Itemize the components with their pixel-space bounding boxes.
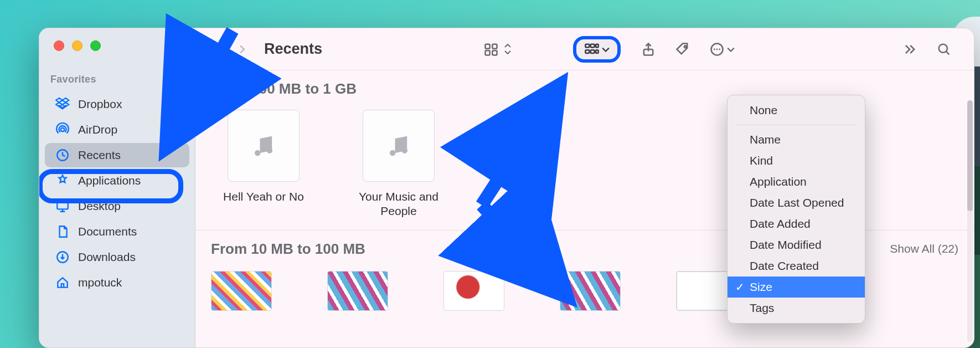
file-item[interactable]: Hell Yeah or No bbox=[211, 110, 316, 219]
file-item[interactable]: Your Music and People bbox=[346, 110, 451, 219]
menu-item-date-last-opened[interactable]: Date Last Opened bbox=[728, 192, 865, 213]
sidebar-section-label: Favorites bbox=[39, 60, 195, 91]
file-name: Hell Yeah or No bbox=[211, 190, 316, 204]
sidebar-item-desktop[interactable]: Desktop bbox=[45, 194, 189, 218]
svg-point-23 bbox=[390, 150, 395, 156]
file-item[interactable] bbox=[327, 271, 388, 311]
menu-item-application[interactable]: Application bbox=[728, 171, 865, 192]
tags-button[interactable] bbox=[668, 36, 697, 63]
fullscreen-icon[interactable] bbox=[90, 40, 101, 51]
svg-rect-9 bbox=[590, 44, 594, 47]
clock-icon bbox=[55, 147, 70, 163]
svg-point-0 bbox=[61, 128, 65, 132]
page-title: Recents bbox=[264, 40, 322, 58]
sidebar-item-dropbox[interactable]: Dropbox bbox=[45, 92, 189, 116]
svg-point-19 bbox=[719, 48, 720, 50]
show-all-button[interactable]: Show All (22) bbox=[890, 242, 958, 255]
minimize-icon[interactable] bbox=[72, 40, 82, 51]
sidebar-item-recents[interactable]: Recents bbox=[45, 143, 189, 167]
music-file-icon bbox=[363, 110, 435, 182]
forward-button[interactable] bbox=[231, 38, 253, 60]
sidebar-item-home[interactable]: mpotuck bbox=[45, 270, 189, 295]
file-item[interactable] bbox=[443, 271, 504, 311]
downloads-icon bbox=[55, 249, 70, 265]
file-item[interactable] bbox=[211, 271, 272, 311]
chevron-down-icon bbox=[602, 45, 610, 53]
svg-point-22 bbox=[267, 147, 272, 153]
group-title: From 10 MB to 100 MB bbox=[211, 240, 365, 258]
svg-point-18 bbox=[716, 48, 718, 50]
scrollbar-thumb[interactable] bbox=[967, 100, 973, 211]
menu-item-size[interactable]: Size bbox=[728, 277, 865, 298]
svg-rect-5 bbox=[492, 44, 497, 48]
sidebar: Favorites Dropbox AirDrop Recents Applic… bbox=[39, 28, 195, 347]
svg-rect-7 bbox=[492, 50, 497, 55]
file-name: Your Music and People bbox=[346, 190, 451, 219]
main-area: Recents bbox=[195, 28, 974, 347]
chevron-down-icon bbox=[727, 45, 735, 53]
search-button[interactable] bbox=[930, 36, 958, 63]
sidebar-item-label: Downloads bbox=[78, 250, 136, 264]
desktop-icon bbox=[55, 198, 70, 214]
applications-icon bbox=[55, 173, 70, 188]
sidebar-item-applications[interactable]: Applications bbox=[45, 168, 189, 193]
svg-rect-11 bbox=[585, 50, 589, 53]
sidebar-item-downloads[interactable]: Downloads bbox=[45, 245, 189, 269]
sidebar-item-label: mpotuck bbox=[78, 276, 122, 289]
group-by-button[interactable] bbox=[573, 36, 621, 63]
svg-point-17 bbox=[713, 48, 715, 50]
back-button[interactable] bbox=[203, 38, 225, 60]
sidebar-item-label: Documents bbox=[78, 225, 137, 238]
svg-point-20 bbox=[939, 44, 947, 52]
sidebar-item-label: Applications bbox=[78, 174, 141, 187]
chevron-updown-icon bbox=[504, 44, 511, 54]
svg-rect-10 bbox=[596, 44, 599, 47]
group-title: From 100 MB to 1 GB bbox=[211, 80, 357, 98]
overflow-button[interactable] bbox=[895, 36, 924, 63]
divider bbox=[736, 125, 856, 125]
svg-rect-13 bbox=[596, 50, 599, 53]
document-icon bbox=[55, 224, 70, 239]
sidebar-item-label: Desktop bbox=[78, 199, 121, 213]
menu-item-name[interactable]: Name bbox=[728, 129, 865, 150]
menu-item-date-modified[interactable]: Date Modified bbox=[728, 234, 865, 255]
svg-rect-2 bbox=[57, 202, 68, 209]
menu-item-none[interactable]: None bbox=[728, 100, 865, 121]
menu-item-date-created[interactable]: Date Created bbox=[728, 255, 865, 277]
sidebar-item-label: Recents bbox=[78, 149, 121, 162]
traffic-lights bbox=[39, 28, 195, 60]
share-button[interactable] bbox=[634, 36, 663, 63]
home-icon bbox=[55, 275, 70, 290]
sidebar-item-airdrop[interactable]: AirDrop bbox=[45, 117, 189, 142]
actions-button[interactable] bbox=[703, 36, 741, 63]
finder-window: Favorites Dropbox AirDrop Recents Applic… bbox=[39, 28, 974, 348]
close-icon[interactable] bbox=[54, 40, 64, 51]
menu-item-date-added[interactable]: Date Added bbox=[728, 213, 865, 234]
sidebar-item-label: Dropbox bbox=[78, 98, 122, 111]
menu-item-tags[interactable]: Tags bbox=[728, 298, 865, 319]
svg-rect-6 bbox=[485, 50, 489, 55]
svg-rect-12 bbox=[590, 50, 594, 53]
menu-item-kind[interactable]: Kind bbox=[728, 150, 865, 171]
svg-rect-8 bbox=[585, 44, 589, 47]
file-item[interactable] bbox=[560, 271, 621, 311]
svg-point-24 bbox=[402, 147, 408, 153]
sidebar-item-label: AirDrop bbox=[78, 123, 117, 136]
toolbar: Recents bbox=[195, 28, 974, 70]
svg-point-15 bbox=[684, 45, 686, 48]
svg-point-21 bbox=[255, 150, 260, 156]
dropbox-icon bbox=[55, 96, 70, 112]
sidebar-item-documents[interactable]: Documents bbox=[45, 219, 189, 244]
view-switcher-button[interactable] bbox=[477, 36, 518, 63]
svg-rect-4 bbox=[485, 44, 489, 48]
airdrop-icon bbox=[55, 122, 70, 137]
group-by-menu: None Name Kind Application Date Last Ope… bbox=[727, 95, 865, 324]
music-file-icon bbox=[228, 110, 300, 182]
